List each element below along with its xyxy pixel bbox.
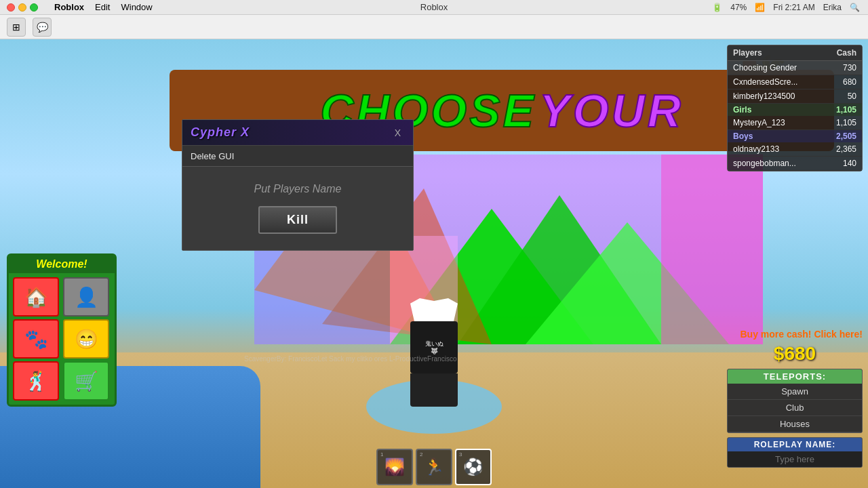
kill-button[interactable]: Kill <box>258 206 337 234</box>
welcome-dance-button[interactable]: 🕺 <box>13 361 59 401</box>
hotbar-slot-1-icon: 🌄 <box>384 458 405 476</box>
welcome-emoji-button[interactable]: 😁 <box>63 319 109 359</box>
spawn-teleport-button[interactable]: Spawn <box>728 384 862 400</box>
buy-cash-link[interactable]: Buy more cash! Click here! <box>727 329 863 340</box>
username: Erika <box>823 3 842 12</box>
player-cash-cell: 50 <box>848 92 856 101</box>
mac-status-bar: 🔋 47% 📶 Fri 2:21 AM Erika 🔍 <box>711 3 861 12</box>
players-cash-header: Players Cash <box>728 45 862 61</box>
section-girls-cash: 1,105 <box>836 105 856 115</box>
player-name-cell: MysteryA_123 <box>733 118 785 127</box>
svg-rect-4 <box>661 155 763 344</box>
hotbar-slot-1[interactable]: 1 🌄 <box>376 449 413 485</box>
cypher-gui-modal: Cypher X X Delete GUI Put Players Name K… <box>182 119 414 251</box>
mac-window-controls[interactable] <box>7 3 38 12</box>
cypher-content-area: Put Players Name Kill <box>182 167 413 250</box>
hotbar-slot-3-inner: 3 ⚽ <box>456 450 490 484</box>
menu-window[interactable]: Window <box>121 2 152 12</box>
welcome-shop-button[interactable]: 🛒 <box>63 361 109 401</box>
mac-titlebar: Roblox Edit Window Roblox 🔋 47% 📶 Fri 2:… <box>0 0 868 15</box>
player-name-input[interactable]: Put Players Name <box>193 183 402 195</box>
bottom-right-panel: Buy more cash! Click here! $680 TELEPORT… <box>727 329 863 468</box>
search-icon[interactable]: 🔍 <box>850 3 860 12</box>
hotbar-slot-3-number: 3 <box>459 451 462 458</box>
battery-level: 47% <box>730 3 747 12</box>
player-row-mystery: MysteryA_123 1,105 <box>728 116 862 130</box>
wifi-icon: 📶 <box>755 3 765 12</box>
player-name-cell: CxndensedScre... <box>733 77 797 87</box>
section-boys-cash: 2,505 <box>836 131 856 141</box>
players-cash-panel: Players Cash Choosing Gender 730 Cxndens… <box>727 45 863 171</box>
teleports-panel: TELEPORTS: Spawn Club Houses <box>727 369 863 433</box>
player-row-spongebob: spongebobman... 140 <box>728 157 862 171</box>
window-toolbar: ⊞ 💬 <box>0 15 868 39</box>
watermark-text: ScavengerBy: FranciscoLet Sack my clitko… <box>244 355 456 363</box>
player-name-cell: kimberly1234500 <box>733 92 795 101</box>
game-viewport: 🌴 CHOOSE YOUR 鬼いぬ🐺 ScavengerBy: Francisc… <box>0 39 868 488</box>
welcome-home-button[interactable]: 🏠 <box>13 277 59 317</box>
player-cash-cell: 140 <box>843 159 856 168</box>
cypher-close-button[interactable]: X <box>391 126 405 140</box>
game-character: 鬼いぬ🐺 <box>407 298 461 407</box>
char-pants <box>410 373 458 407</box>
section-boys: Boys 2,505 <box>728 130 862 142</box>
players-column-header: Players <box>733 48 762 58</box>
roleplay-section: ROLEPLAY NAME: <box>727 437 863 468</box>
char-body: 鬼いぬ🐺 <box>410 321 458 374</box>
player-row-choosing-gender: Choosing Gender 730 <box>728 61 862 75</box>
datetime: Fri 2:21 AM <box>773 3 814 12</box>
toolbar-icon-1[interactable]: ⊞ <box>7 18 26 37</box>
club-teleport-button[interactable]: Club <box>728 400 862 416</box>
mac-left-area: Roblox Edit Window <box>7 2 153 12</box>
houses-teleport-button[interactable]: Houses <box>728 416 862 432</box>
hotbar-slot-3-icon: ⚽ <box>463 458 484 476</box>
player-name-cell: spongebobman... <box>733 159 796 168</box>
cypher-menu-bar: Delete GUI <box>182 146 413 167</box>
hotbar-slot-1-inner: 1 🌄 <box>378 450 412 484</box>
hotbar-slot-2[interactable]: 2 🏃 <box>416 449 452 485</box>
player-cash-cell: 680 <box>843 77 856 87</box>
close-window-button[interactable] <box>7 3 15 12</box>
hotbar-slot-2-icon: 🏃 <box>424 458 444 476</box>
player-cash-cell: 730 <box>843 63 856 73</box>
hotbar-slot-2-inner: 2 🏃 <box>417 450 451 484</box>
player-row-oldnavy: oldnavy2133 2,365 <box>728 142 862 157</box>
welcome-title: Welcome! <box>9 256 115 273</box>
menu-roblox[interactable]: Roblox <box>54 2 84 12</box>
welcome-pets-button[interactable]: 🐾 <box>13 319 59 359</box>
player-cash-cell: 2,365 <box>836 144 856 154</box>
banner-your-text: YOUR <box>539 84 683 137</box>
maximize-window-button[interactable] <box>30 3 38 12</box>
battery-icon: 🔋 <box>712 3 722 12</box>
welcome-grid: 🏠 👤 🐾 😁 🕺 🛒 <box>9 273 115 405</box>
minimize-window-button[interactable] <box>18 3 26 12</box>
teleports-header: TELEPORTS: <box>728 369 862 384</box>
player-name-cell: Choosing Gender <box>733 63 797 73</box>
cypher-gui-title: Cypher X <box>191 125 250 140</box>
player-row-cxndensed: CxndensedScre... 680 <box>728 75 862 89</box>
player-cash-cell: 1,105 <box>836 118 856 127</box>
hotbar-slot-3[interactable]: 3 ⚽ <box>455 449 492 485</box>
player-row-kimberly: kimberly1234500 50 <box>728 89 862 104</box>
cash-display: $680 <box>727 343 863 365</box>
section-girls-label: Girls <box>733 105 751 115</box>
welcome-panel: Welcome! 🏠 👤 🐾 😁 🕺 🛒 <box>7 253 117 407</box>
welcome-player-button[interactable]: 👤 <box>63 277 109 317</box>
window-title: Roblox <box>420 2 448 12</box>
hotbar: 1 🌄 2 🏃 3 ⚽ <box>376 449 492 485</box>
roleplay-header: ROLEPLAY NAME: <box>728 438 862 451</box>
section-boys-label: Boys <box>733 131 753 141</box>
delete-gui-button[interactable]: Delete GUI <box>191 151 234 161</box>
cypher-title-bar: Cypher X X <box>182 120 413 146</box>
menu-edit[interactable]: Edit <box>95 2 110 12</box>
mac-menu-bar: Roblox Edit Window <box>54 2 153 12</box>
roleplay-name-input[interactable] <box>728 451 862 467</box>
hotbar-slot-2-number: 2 <box>420 451 422 458</box>
player-name-cell: oldnavy2133 <box>733 144 779 154</box>
section-girls: Girls 1,105 <box>728 104 862 116</box>
hotbar-slot-1-number: 1 <box>380 451 383 458</box>
cash-column-header: Cash <box>837 48 856 58</box>
toolbar-icon-2[interactable]: 💬 <box>33 18 52 37</box>
